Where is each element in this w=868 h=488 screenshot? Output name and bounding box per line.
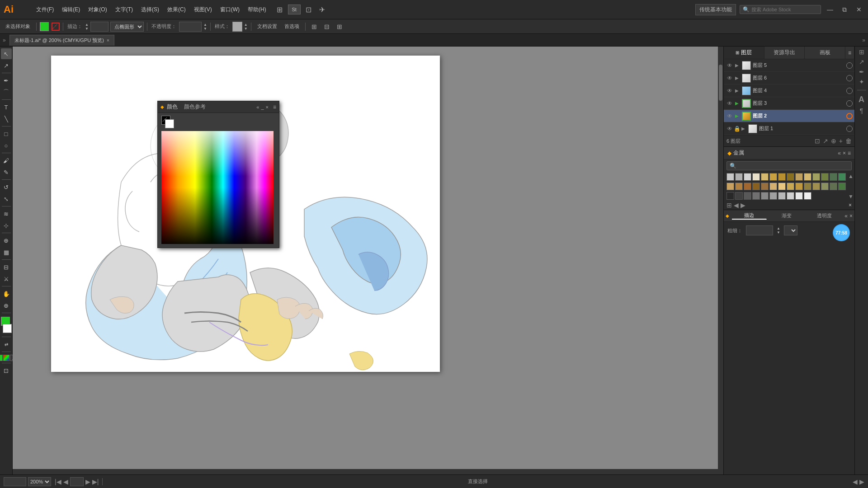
- swatch-cell[interactable]: [752, 173, 760, 181]
- swatch-cell[interactable]: [744, 173, 751, 181]
- panel-toggle-right[interactable]: »: [862, 37, 865, 43]
- layers-panel-icon[interactable]: ⊞: [859, 48, 864, 56]
- swatch-cell[interactable]: [787, 183, 794, 190]
- canvas-left-btn[interactable]: ◀: [853, 478, 858, 485]
- swatch-cell[interactable]: [752, 183, 760, 190]
- direct-select-tool[interactable]: ↗: [1, 60, 12, 71]
- swatch-cell[interactable]: [795, 183, 803, 190]
- swatch-cell[interactable]: [769, 183, 777, 190]
- tab-close-btn[interactable]: ×: [107, 38, 109, 43]
- artboard-tool[interactable]: ⊟: [1, 262, 12, 272]
- layer-row-3[interactable]: 👁 ▶ 图层 3: [724, 97, 854, 110]
- stroke-tab-stroke[interactable]: 描边: [732, 212, 767, 220]
- ellipse-tool[interactable]: ○: [1, 140, 12, 151]
- menu-edit[interactable]: 编辑(E): [58, 4, 84, 15]
- export-for-screens-btn[interactable]: ↗: [823, 137, 828, 145]
- library-icon[interactable]: ⊡: [303, 4, 314, 15]
- layer-3-visibility[interactable]: 👁: [726, 99, 734, 108]
- make-clipping-mask-btn[interactable]: ⊡: [815, 137, 820, 145]
- time-badge[interactable]: 77:58: [833, 224, 850, 241]
- distribute-icon[interactable]: ⊟: [321, 21, 332, 32]
- menu-file[interactable]: 文件(F): [33, 4, 57, 15]
- layer-1-lock[interactable]: 🔒: [734, 126, 740, 132]
- zoom-to-layer-btn[interactable]: ⊕: [831, 137, 836, 145]
- fill-swatch[interactable]: [40, 22, 49, 31]
- layer-5-visibility[interactable]: 👁: [726, 61, 734, 70]
- swatch-cell[interactable]: [752, 192, 760, 200]
- symbol-sprayer-tool[interactable]: ⊕: [1, 235, 12, 246]
- menu-help[interactable]: 帮助(H): [244, 4, 270, 15]
- stroke-tab-gradient[interactable]: 渐变: [769, 212, 804, 219]
- brush-icon[interactable]: ✈: [317, 4, 328, 15]
- stock-search-area[interactable]: 🔍: [740, 5, 821, 14]
- stroke-panel-collapse-btn[interactable]: «: [844, 213, 848, 219]
- stroke-type-select[interactable]: 点椭圆形: [110, 22, 144, 32]
- opacity-input[interactable]: 100%: [179, 22, 202, 32]
- layer-3-target[interactable]: [846, 100, 853, 107]
- pen-tool[interactable]: ✒: [1, 75, 12, 86]
- swatch-cell[interactable]: [778, 192, 786, 200]
- swatch-cell[interactable]: [769, 173, 777, 181]
- swatch-cell[interactable]: [812, 183, 820, 190]
- last-page-btn[interactable]: ▶|: [92, 478, 99, 485]
- swatch-cell[interactable]: [838, 173, 846, 181]
- menu-text[interactable]: 文字(T): [112, 4, 137, 15]
- metals-search[interactable]: 🔍: [726, 161, 852, 170]
- layer-5-expand[interactable]: ▶: [734, 62, 740, 69]
- window-restore[interactable]: ⧉: [839, 4, 850, 15]
- next-page-btn[interactable]: ▶: [85, 478, 90, 485]
- paragraph-icon[interactable]: ¶: [860, 107, 863, 114]
- layer-row-4[interactable]: 👁 ▶ 图层 4: [724, 84, 854, 97]
- gradient-mode-icon[interactable]: [3, 355, 9, 361]
- paintbrush-tool[interactable]: 🖌: [1, 155, 12, 166]
- page-input[interactable]: 1: [70, 477, 84, 486]
- swatch-cell[interactable]: [726, 173, 734, 181]
- swatch-cell[interactable]: [795, 173, 803, 181]
- stroke-swatch[interactable]: ⟋: [52, 23, 60, 31]
- swatch-cell[interactable]: [804, 173, 811, 181]
- delete-layer-btn[interactable]: 🗑: [845, 137, 852, 145]
- zoom-select[interactable]: 200%: [28, 477, 51, 486]
- stroke-spinner[interactable]: ▲ ▼: [85, 23, 89, 31]
- color-panel-title2[interactable]: 颜色参考: [184, 103, 206, 111]
- menu-effect[interactable]: 效果(C): [164, 4, 189, 15]
- select-tool[interactable]: ↖: [1, 48, 12, 59]
- stroke-panel-close-btn[interactable]: ×: [849, 213, 853, 219]
- stroke-weight-input[interactable]: [746, 225, 773, 235]
- change-screen-mode[interactable]: ⊡: [1, 365, 12, 376]
- layer-1-target[interactable]: [846, 126, 853, 132]
- swatch-cell[interactable]: [735, 173, 743, 181]
- warp-tool[interactable]: ≋: [1, 208, 12, 219]
- layer-5-target[interactable]: [846, 62, 853, 69]
- menu-select[interactable]: 选择(S): [137, 4, 163, 15]
- layer-row-1[interactable]: 👁 🔒 ▶ 图层 1: [724, 122, 854, 135]
- text-panel-icon[interactable]: A: [859, 95, 864, 104]
- swatch-cell[interactable]: [787, 173, 794, 181]
- canvas-scroll-vertical[interactable]: [718, 47, 723, 469]
- free-distort-tool[interactable]: ⊹: [1, 220, 12, 231]
- menu-object[interactable]: 对象(O): [85, 4, 110, 15]
- swatch-cell[interactable]: [830, 183, 837, 190]
- curvature-tool[interactable]: ⌒: [1, 87, 12, 98]
- tab-artboards[interactable]: 画板: [805, 47, 845, 59]
- bg-swatch[interactable]: [165, 119, 174, 128]
- st-icon[interactable]: St: [288, 5, 301, 14]
- asset-export-icon[interactable]: ↗: [859, 58, 864, 66]
- swatch-cell[interactable]: [795, 192, 803, 200]
- swatch-cell[interactable]: [821, 183, 829, 190]
- swatch-cell[interactable]: [726, 192, 734, 200]
- arrange-icon[interactable]: ⊞: [274, 4, 285, 15]
- metals-scroll-up[interactable]: ▲: [848, 173, 854, 179]
- stroke-tab-opacity[interactable]: 透明度: [807, 212, 842, 219]
- canvas-area[interactable]: ◆ 颜色 颜色参考 « _ × ≡ ⟋: [13, 47, 723, 474]
- swatch-cell[interactable]: [735, 183, 743, 190]
- metals-collapse-btn[interactable]: «: [838, 150, 841, 156]
- color-panel-close[interactable]: ×: [266, 104, 269, 110]
- layer-3-expand[interactable]: ▶: [734, 100, 740, 107]
- swatch-cell[interactable]: [769, 192, 777, 200]
- layer-2-target[interactable]: [846, 113, 853, 119]
- opacity-spinner[interactable]: ▲ ▼: [203, 23, 207, 31]
- pencil-tool[interactable]: ✎: [1, 167, 12, 178]
- hand-tool[interactable]: ✋: [1, 288, 12, 299]
- swatch-cell[interactable]: [761, 192, 769, 200]
